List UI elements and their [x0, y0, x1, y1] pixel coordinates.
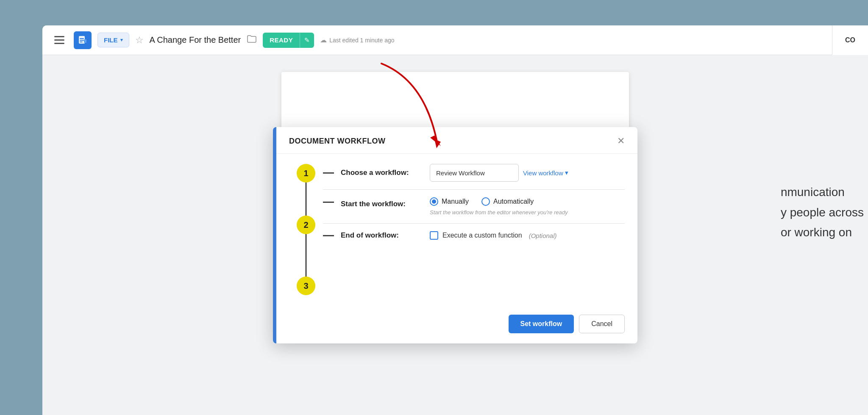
edit-icon: ✎ [304, 36, 310, 44]
step-3-label: End of workflow: [341, 231, 430, 240]
modal-header: DOCUMENT WORKFLOW ✕ [276, 127, 637, 154]
step-3-row: End of workflow: Execute a custom functi… [323, 224, 625, 244]
radio-automatically[interactable]: Automatically [481, 197, 534, 206]
radio-group: Manually Automatically [430, 197, 568, 206]
edit-icon-button[interactable]: ✎ [300, 33, 314, 48]
step-1-content: Review Workflow View workflow ▾ [430, 164, 568, 182]
modal-footer: Set workflow Cancel [276, 308, 637, 343]
last-edited-info: ☁ Last edited 1 minute ago [320, 36, 394, 44]
modal-close-button[interactable]: ✕ [617, 136, 625, 146]
hamburger-menu-icon[interactable] [51, 33, 68, 47]
custom-function-optional: (Optional) [529, 232, 557, 239]
last-edited-text: Last edited 1 minute ago [329, 37, 394, 44]
toolbar: FILE ▾ ☆ A Change For the Better READY ✎… [42, 25, 868, 55]
modal-overlay: DOCUMENT WORKFLOW ✕ 1 [42, 55, 868, 415]
workflow-select-box[interactable]: Review Workflow [430, 164, 519, 182]
step-badge-2: 2 [297, 216, 315, 234]
file-button[interactable]: FILE ▾ [97, 33, 129, 47]
step-badge-3: 3 [297, 277, 315, 295]
modal-title: DOCUMENT WORKFLOW [289, 137, 385, 146]
step-2-connector [323, 202, 334, 203]
view-workflow-label: View workflow [523, 169, 563, 177]
custom-function-checkbox[interactable] [430, 231, 438, 240]
ready-button-group: READY ✎ [263, 33, 314, 48]
file-chevron-icon: ▾ [120, 37, 123, 43]
svg-rect-3 [80, 42, 83, 42]
document-workflow-modal: DOCUMENT WORKFLOW ✕ 1 [273, 127, 637, 343]
svg-rect-4 [84, 39, 86, 43]
cloud-icon: ☁ [320, 36, 327, 44]
app-window: FILE ▾ ☆ A Change For the Better READY ✎… [42, 25, 868, 415]
step-badge-1: 1 [297, 164, 315, 183]
document-title: A Change For the Better [150, 35, 241, 45]
radio-manually[interactable]: Manually [430, 197, 469, 206]
view-workflow-chevron-icon: ▾ [565, 169, 568, 177]
radio-manually-circle [430, 197, 438, 206]
set-workflow-button[interactable]: Set workflow [509, 315, 574, 333]
step-2-content: Manually Automatically [430, 197, 568, 216]
step-3-connector [323, 235, 334, 236]
steps-content: Choose a workflow: Review Workflow View … [323, 158, 625, 295]
step-1-connector [323, 172, 334, 174]
timeline-column: 1 2 3 [289, 158, 323, 295]
step-2-row: Start the workflow: Manually [323, 190, 625, 224]
custom-function-label: Execute a custom function [442, 232, 522, 239]
favorite-star-icon[interactable]: ☆ [135, 35, 144, 46]
svg-rect-2 [80, 40, 84, 41]
radio-automatically-label: Automatically [493, 198, 534, 205]
folder-icon[interactable] [247, 35, 257, 45]
radio-hint-text: Start the workflow from the editor whene… [430, 209, 568, 216]
ready-button[interactable]: READY [263, 33, 300, 48]
step-1-row: Choose a workflow: Review Workflow View … [323, 158, 625, 190]
collaborate-label: CO [845, 36, 855, 44]
step-2-label: Start the workflow: [341, 197, 430, 208]
step-3-content[interactable]: Execute a custom function (Optional) [430, 231, 557, 240]
collaborate-button[interactable]: CO [832, 25, 868, 55]
steps-container: 1 2 3 [289, 158, 625, 295]
file-button-label: FILE [104, 36, 118, 44]
document-icon [74, 31, 92, 49]
modal-body: 1 2 3 [276, 154, 637, 308]
modal-content: DOCUMENT WORKFLOW ✕ 1 [276, 127, 637, 343]
modal-accent-bar [273, 127, 276, 343]
radio-automatically-circle [481, 197, 490, 206]
workflow-select-value: Review Workflow [436, 169, 512, 177]
radio-manually-label: Manually [442, 198, 469, 205]
view-workflow-link[interactable]: View workflow ▾ [523, 169, 568, 177]
cancel-button[interactable]: Cancel [579, 315, 625, 333]
step-1-label: Choose a workflow: [341, 169, 430, 177]
svg-rect-1 [80, 38, 84, 39]
